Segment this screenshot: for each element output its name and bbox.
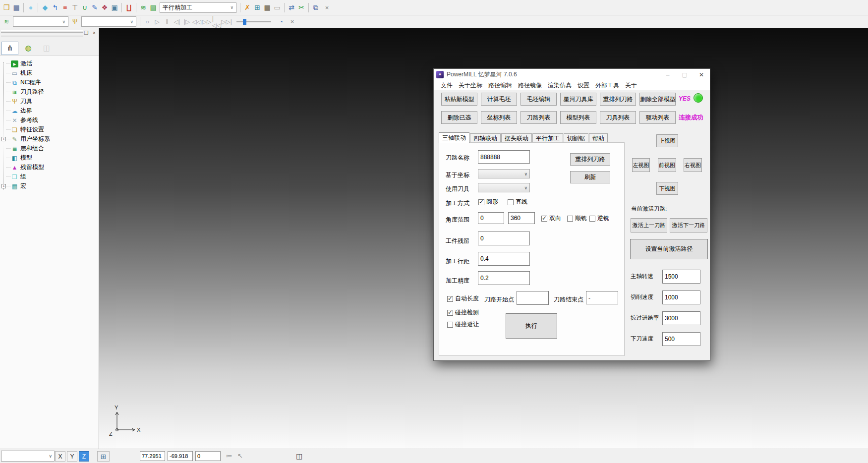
dialog-tab[interactable]: 三轴联动 xyxy=(439,132,469,143)
speed-input[interactable] xyxy=(662,332,700,346)
tree-item[interactable]: ◧ 模型 xyxy=(0,153,99,163)
action-button[interactable]: 粘贴新模型 xyxy=(441,93,477,106)
tree-item[interactable]: ▲ 残留模型 xyxy=(0,163,99,172)
clock-icon[interactable]: ◔ xyxy=(277,16,286,27)
stepover-input[interactable] xyxy=(478,252,530,266)
tree-item[interactable]: ▸ 激活 xyxy=(0,59,99,68)
explorer-tree-tab[interactable]: ⋔ xyxy=(1,42,18,55)
tree-item[interactable]: ▦ 宏 xyxy=(0,181,99,191)
maximize-button[interactable]: ▢ xyxy=(676,69,693,80)
action-button[interactable]: 驱动列表 xyxy=(639,111,676,124)
front-view-button[interactable]: 前视图 xyxy=(658,158,676,172)
pause-icon[interactable]: ‖ xyxy=(163,16,172,27)
right-view-button[interactable]: 右视图 xyxy=(684,158,702,172)
left-view-button[interactable]: 左视图 xyxy=(632,158,650,172)
tree-item[interactable]: ❒ 组 xyxy=(0,172,99,181)
tree-item[interactable]: ❏ 特征设置 xyxy=(0,125,99,134)
line-checkbox[interactable]: 直线 xyxy=(508,198,527,206)
axis-toggle[interactable]: Y xyxy=(67,451,77,462)
toolpath-trim-icon[interactable]: ▣ xyxy=(110,2,119,13)
action-button[interactable]: 重排列刀路 xyxy=(600,93,636,106)
axis-toggle[interactable]: X xyxy=(55,451,65,462)
minimize-button[interactable]: – xyxy=(659,69,676,80)
grid-icon[interactable]: ⊞ xyxy=(97,451,110,462)
execute-button[interactable]: 执行 xyxy=(506,313,557,339)
toolpath-name-input[interactable] xyxy=(478,150,530,164)
tree-item[interactable]: ⧉ NC程序 xyxy=(0,78,99,87)
explorer-world-tab[interactable]: ◍ xyxy=(20,42,37,55)
sim-tool-icon[interactable]: Ψ xyxy=(70,16,79,27)
angle-start-input[interactable] xyxy=(478,212,504,224)
toolpath-icon[interactable]: ≋ xyxy=(139,2,148,13)
open-project-icon[interactable]: ❒ xyxy=(2,2,11,13)
fast-forward-icon[interactable]: ▷▷ xyxy=(202,16,211,27)
tool-icon[interactable]: ⊤ xyxy=(70,2,79,13)
dock-grip[interactable] xyxy=(1,35,83,37)
speed-input[interactable] xyxy=(662,270,700,284)
menu-item[interactable]: 关于 xyxy=(622,81,640,90)
coordinate-input[interactable] xyxy=(195,451,221,461)
angle-end-input[interactable] xyxy=(508,212,535,224)
pointer-icon[interactable]: ↖ xyxy=(237,452,243,460)
expander-icon[interactable] xyxy=(1,184,6,188)
tool-holder-icon[interactable]: ∐ xyxy=(124,2,133,13)
screen-icon[interactable]: ◫ xyxy=(296,452,302,460)
action-button[interactable]: 删除全部模型 xyxy=(639,93,676,106)
tool-select[interactable]: ∨ xyxy=(478,183,530,192)
mirror-icon[interactable]: ✂ xyxy=(297,2,306,13)
conventional-mill-checkbox[interactable]: 逆铣 xyxy=(589,214,609,223)
dialog-tab[interactable]: 帮助 xyxy=(589,133,608,143)
toolbar-close-icon[interactable]: × xyxy=(288,17,296,26)
calculator-icon[interactable]: ▦ xyxy=(263,2,272,13)
action-button[interactable]: 毛坯编辑 xyxy=(521,93,557,106)
tree-item[interactable]: ✕ 参考线 xyxy=(0,116,99,125)
compare-icon[interactable]: ⧉ xyxy=(311,2,320,13)
dialog-tab[interactable]: 切割锯 xyxy=(564,133,588,143)
toolbar-close-icon[interactable]: × xyxy=(323,3,331,12)
action-button[interactable]: 计算毛坯 xyxy=(481,93,517,106)
auto-length-checkbox[interactable]: 自动长度 xyxy=(447,294,479,303)
top-view-button[interactable]: 上视图 xyxy=(656,134,678,147)
explorer-trash-tab[interactable]: ◫ xyxy=(38,42,55,55)
action-button[interactable]: 删除已选 xyxy=(441,111,477,124)
statistics-icon[interactable]: ⊞ xyxy=(253,2,262,13)
menu-item[interactable]: 外部工具 xyxy=(592,81,622,90)
climb-mill-checkbox[interactable]: 顺铣 xyxy=(567,214,587,223)
activate-prev-toolpath-button[interactable]: 激活上一刀路 xyxy=(631,218,667,232)
menu-item[interactable]: 关于坐标 xyxy=(456,81,485,90)
action-button[interactable]: 刀路列表 xyxy=(521,111,557,124)
toolpath-icon[interactable]: ≋ xyxy=(2,16,11,27)
sim-tool-combo[interactable]: ∨ xyxy=(81,16,136,27)
end-point-input[interactable] xyxy=(586,291,618,304)
save-project-icon[interactable]: ▦ xyxy=(12,2,21,13)
sim-speed-slider[interactable] xyxy=(236,18,271,26)
bidirectional-checkbox[interactable]: 双向 xyxy=(541,214,561,223)
dialog-tab[interactable]: 平行加工 xyxy=(532,133,563,143)
collision-check-icon[interactable]: ✗ xyxy=(243,2,252,13)
menu-item[interactable]: 路径镜像 xyxy=(515,81,545,90)
start-end-point-icon[interactable]: ❖ xyxy=(100,2,109,13)
menu-item[interactable]: 渲染仿真 xyxy=(545,81,575,90)
menu-item[interactable]: 文件 xyxy=(438,81,456,90)
slider-thumb[interactable] xyxy=(243,19,246,25)
strategy-combo[interactable]: 平行精加工 ∨ xyxy=(160,2,236,13)
tree-item[interactable]: Ψ 刀具 xyxy=(0,97,99,106)
block-icon[interactable]: ◆ xyxy=(41,2,50,13)
speed-input[interactable] xyxy=(662,290,700,304)
tree-item[interactable]: ≋ 刀具路径 xyxy=(0,87,99,97)
circle-checkbox[interactable]: 圆形 xyxy=(478,198,498,206)
close-button[interactable]: ✕ xyxy=(693,69,710,80)
coordinate-input[interactable] xyxy=(140,451,165,461)
menu-item[interactable]: 设置 xyxy=(575,81,592,90)
tree-item[interactable]: ▭ 机床 xyxy=(0,68,99,78)
action-button[interactable]: 模型列表 xyxy=(560,111,596,124)
expander-icon[interactable] xyxy=(1,137,6,141)
collision-avoid-checkbox[interactable]: 碰撞避让 xyxy=(447,320,479,329)
step-forward-icon[interactable]: |▷ xyxy=(182,16,191,27)
rapid-heights-icon[interactable]: ↰ xyxy=(51,2,59,13)
dialog-titlebar[interactable]: ✦ PowerMILL 忆梦星河 7.0.6 –▢✕ xyxy=(434,69,710,80)
play-icon[interactable]: ▷ xyxy=(153,16,162,27)
float-panel-icon[interactable]: ❐ xyxy=(83,30,89,36)
step-back-icon[interactable]: ◁| xyxy=(173,16,181,27)
action-button[interactable]: 坐标列表 xyxy=(481,111,517,124)
